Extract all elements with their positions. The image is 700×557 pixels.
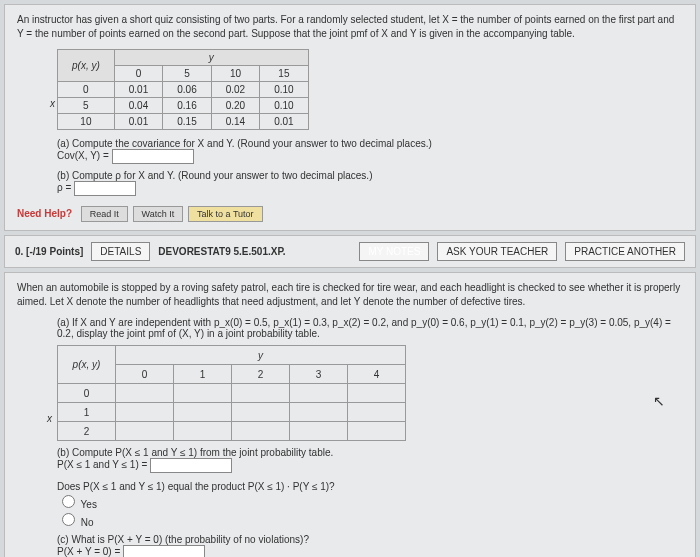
question-1: An instructor has given a short quiz con… (4, 4, 696, 231)
cov-input[interactable] (112, 149, 194, 164)
q2-intro: When an automobile is stopped by a rovin… (17, 281, 683, 309)
points-label: 0. [-/19 Points] (15, 246, 83, 257)
yes-radio[interactable]: Yes (57, 499, 97, 510)
practice-another-button[interactable]: PRACTICE ANOTHER (565, 242, 685, 261)
cell-input[interactable] (290, 403, 348, 422)
q2-part-c: (c) What is P(X + Y = 0) (the probabilit… (57, 534, 683, 557)
q1-intro: An instructor has given a short quiz con… (17, 13, 683, 41)
ask-teacher-button[interactable]: ASK YOUR TEACHER (437, 242, 557, 261)
cell-input[interactable] (174, 422, 232, 441)
cell-input[interactable] (232, 422, 290, 441)
cell-input[interactable] (116, 403, 174, 422)
cell-input[interactable] (348, 403, 406, 422)
cell-input[interactable] (348, 384, 406, 403)
need-help-label: Need Help? (17, 208, 72, 219)
talk-tutor-button[interactable]: Talk to a Tutor (188, 206, 263, 222)
rho-label: ρ = (57, 182, 71, 193)
cell-input[interactable] (232, 384, 290, 403)
my-notes-button[interactable]: MY NOTES (359, 242, 429, 261)
q2-b-input[interactable] (150, 458, 232, 473)
cell-input[interactable] (232, 403, 290, 422)
cursor-icon: ↖ (653, 393, 665, 409)
cov-label: Cov(X, Y) = (57, 150, 109, 161)
q2-b-text: (b) Compute P(X ≤ 1 and Y ≤ 1) from the … (57, 447, 683, 458)
q2-b-label: P(X ≤ 1 and Y ≤ 1) = (57, 459, 147, 470)
q2-b2-text: Does P(X ≤ 1 and Y ≤ 1) equal the produc… (57, 481, 683, 492)
no-radio[interactable]: No (57, 517, 94, 528)
cell-input[interactable] (116, 384, 174, 403)
q1-a-text: (a) Compute the covariance for X and Y. … (57, 138, 683, 149)
question-2-header: 0. [-/19 Points] DETAILS DEVORESTAT9 5.E… (4, 235, 696, 268)
q1-table: p(x, y)y 051015 00.010.060.020.10 50.040… (57, 49, 309, 130)
watch-it-button[interactable]: Watch It (133, 206, 184, 222)
q1-part-b: (b) Compute ρ for X and Y. (Round your a… (57, 170, 683, 196)
cell-input[interactable] (174, 403, 232, 422)
x-side-label: x (50, 98, 55, 109)
details-button[interactable]: DETAILS (91, 242, 150, 261)
cell-input[interactable] (116, 422, 174, 441)
cell-input[interactable] (290, 384, 348, 403)
q2-a-text: (a) If X and Y are independent with p_x(… (57, 317, 683, 339)
q2-c-text: (c) What is P(X + Y = 0) (the probabilit… (57, 534, 683, 545)
read-it-button[interactable]: Read It (81, 206, 128, 222)
q1-part-a: (a) Compute the covariance for X and Y. … (57, 138, 683, 164)
q2-part-b: (b) Compute P(X ≤ 1 and Y ≤ 1) from the … (57, 447, 683, 528)
q2-x-side: x (47, 413, 52, 424)
cell-input[interactable] (348, 422, 406, 441)
q2-table: p(x, y)y 01234 0 1 2 (57, 345, 406, 441)
q1-b-text: (b) Compute ρ for X and Y. (Round your a… (57, 170, 683, 181)
cell-input[interactable] (290, 422, 348, 441)
q2-c-label: P(X + Y = 0) = (57, 546, 120, 557)
rho-input[interactable] (74, 181, 136, 196)
cell-input[interactable] (174, 384, 232, 403)
q2-c-input[interactable] (123, 545, 205, 557)
question-2: When an automobile is stopped by a rovin… (4, 272, 696, 557)
need-help-row: Need Help? Read It Watch It Talk to a Tu… (17, 206, 683, 222)
question-ref: DEVORESTAT9 5.E.501.XP. (158, 246, 285, 257)
